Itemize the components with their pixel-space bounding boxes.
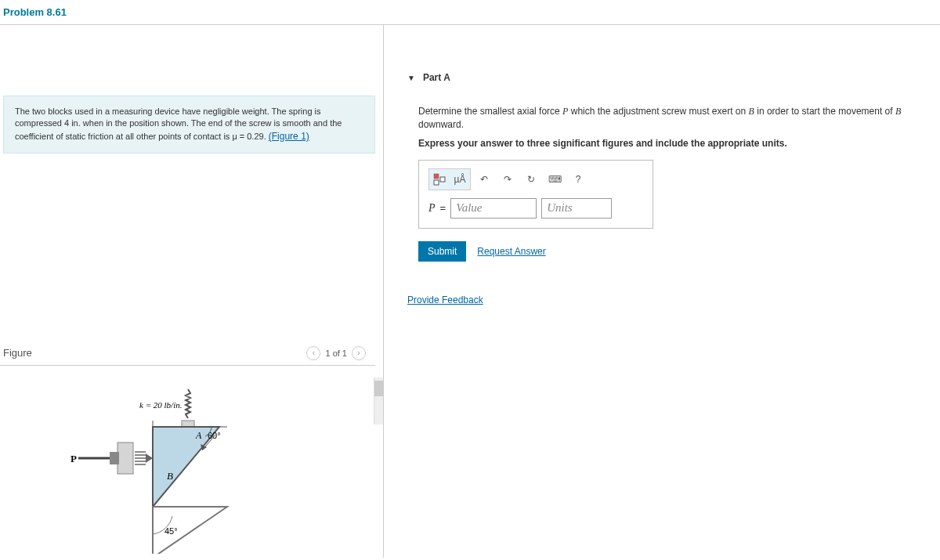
request-answer-link[interactable]: Request Answer [477,246,545,257]
answer-toolbar: µÅ ↶ ↷ ↻ ⌨ ? [428,168,643,190]
help-button[interactable]: ? [568,169,588,190]
scrollbar[interactable] [374,378,383,425]
diag-k: k = 20 lb/in. [139,400,182,410]
answer-line: P = [428,198,643,219]
content-split: The two blocks used in a measuring devic… [0,25,940,558]
svg-rect-3 [118,443,133,474]
collapse-icon: ▼ [407,74,415,82]
left-column: The two blocks used in a measuring devic… [0,25,384,558]
feedback-row: Provide Feedback [407,294,926,305]
header: Problem 8.61 [0,0,940,25]
pager-prev-button[interactable]: ‹ [306,346,320,360]
redo-button[interactable]: ↷ [497,169,518,190]
figure-header: Figure ‹ 1 of 1 › [0,341,375,366]
submit-button[interactable]: Submit [418,241,466,262]
problem-title: Problem 8.61 [3,6,67,18]
units-button[interactable]: µÅ [450,169,470,190]
part-header[interactable]: ▼ Part A [407,72,926,83]
instruction-text: Express your answer to three significant… [418,138,926,149]
equals-sign: = [440,202,446,214]
value-input[interactable] [450,198,537,219]
reset-button[interactable]: ↻ [521,169,541,190]
svg-rect-5 [110,452,119,464]
svg-rect-13 [434,180,439,185]
pager-text: 1 of 1 [325,349,347,358]
right-column: ▼ Part A Determine the smallest axial fo… [384,25,940,558]
diag-45: 45° [164,526,178,536]
part-label: Part A [423,72,450,83]
svg-rect-14 [440,177,445,182]
keyboard-button[interactable]: ⌨ [544,169,565,190]
svg-rect-0 [182,421,194,427]
figure-image: k = 20 lb/in. A 60° P B 45° [0,366,383,556]
answer-variable: P [428,202,436,215]
svg-marker-6 [146,453,153,463]
diag-A: A [195,430,202,441]
pager-next-button[interactable]: › [352,346,366,360]
provide-feedback-link[interactable]: Provide Feedback [407,294,483,305]
actions-row: Submit Request Answer [418,241,926,262]
diag-B: B [167,470,173,482]
figure-pager: ‹ 1 of 1 › [306,346,366,360]
problem-statement: The two blocks used in a measuring devic… [3,96,375,154]
templates-button[interactable] [429,169,450,190]
diag-P: P [70,453,77,464]
figure-link[interactable]: (Figure 1) [269,131,309,142]
figure-label: Figure [3,347,32,359]
answer-box: µÅ ↶ ↷ ↻ ⌨ ? P = [418,160,653,229]
question-text: Determine the smallest axial force P whi… [418,105,926,132]
svg-rect-12 [434,174,439,179]
undo-button[interactable]: ↶ [474,169,494,190]
units-input[interactable] [541,198,612,219]
